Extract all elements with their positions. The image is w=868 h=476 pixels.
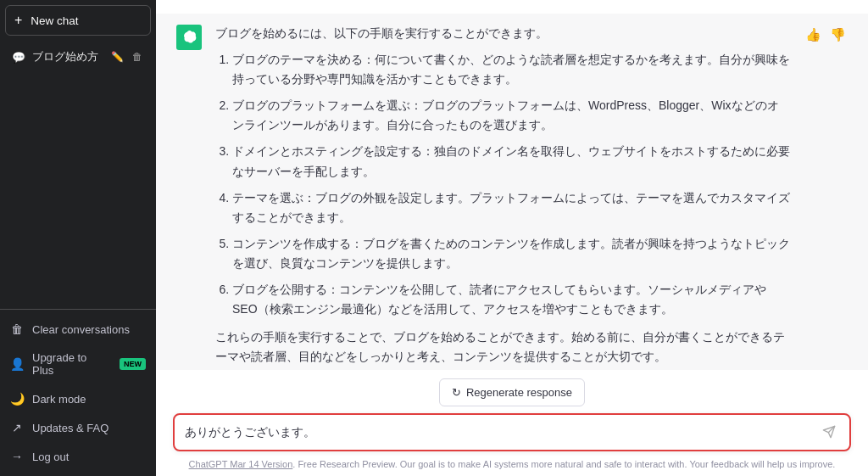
upgrade-to-plus-button[interactable]: 👤 Upgrade to Plus NEW [0, 344, 156, 384]
main-panel: ブログを始めるには、以下の手順を実行することができます。 ブログのテーマを決める… [156, 0, 868, 476]
chat-input[interactable] [185, 423, 819, 441]
regenerate-label: Regenerate response [466, 386, 572, 399]
edit-conversation-button[interactable]: ✏️ [109, 50, 125, 64]
footer: ChatGPT Mar 14 Version. Free Research Pr… [156, 455, 868, 476]
step-2: ブログのプラットフォームを選ぶ：ブログのプラットフォームは、WordPress、… [232, 96, 790, 135]
step-6: ブログを公開する：コンテンツを公開して、読者にアクセスしてもらいます。ソーシャル… [232, 280, 790, 319]
new-chat-button[interactable]: + New chat [5, 5, 151, 36]
input-wrapper [173, 413, 851, 451]
plus-icon: + [14, 14, 22, 27]
step-4: テーマを選ぶ：ブログの外観を設定します。プラットフォームによっては、テーマを選ん… [232, 188, 790, 227]
updates-label: Updates & FAQ [32, 422, 108, 434]
moon-icon: 🌙 [10, 392, 24, 406]
new-badge: NEW [120, 358, 146, 370]
conversation-item-blog[interactable]: 💬 ブログ始め方 ✏️ 🗑 [5, 42, 151, 71]
upgrade-label: Upgrade to Plus [32, 351, 108, 377]
input-section [156, 413, 868, 455]
trash-icon: 🗑 [10, 322, 24, 336]
step-3: ドメインとホスティングを設定する：独自のドメイン名を取得し、ウェブサイトをホスト… [232, 142, 790, 181]
new-chat-label: New chat [31, 14, 78, 27]
send-button[interactable] [819, 423, 839, 440]
assistant-message: ブログを始めるには、以下の手順を実行することができます。 ブログのテーマを決める… [156, 14, 868, 370]
step-1: ブログのテーマを決める：何について書くか、どのような読者層を想定するかを考えます… [232, 50, 790, 89]
avatar [176, 25, 202, 50]
thumbs-up-button[interactable]: 👍 [804, 25, 823, 44]
clear-conversations-button[interactable]: 🗑 Clear conversations [0, 315, 156, 344]
logout-label: Log out [32, 451, 69, 463]
conversation-title: ブログ始め方 [32, 49, 98, 64]
regenerate-button[interactable]: ↻ Regenerate response [439, 378, 585, 406]
updates-faq-button[interactable]: ↗ Updates & FAQ [0, 413, 156, 442]
sidebar-bottom: 🗑 Clear conversations 👤 Upgrade to Plus … [0, 309, 156, 476]
message-actions: 👍 👎 [804, 25, 848, 44]
footer-text: . Free Research Preview. Our goal is to … [292, 459, 835, 469]
closing-text: これらの手順を実行することで、ブログを始めることができます。始める前に、自分が書… [215, 328, 790, 367]
dark-mode-label: Dark mode [32, 393, 86, 406]
sidebar: + New chat 💬 ブログ始め方 ✏️ 🗑 🗑 Clear convers… [0, 0, 156, 476]
assistant-message-content: ブログを始めるには、以下の手順を実行することができます。 ブログのテーマを決める… [215, 24, 790, 367]
steps-list: ブログのテーマを決める：何について書くか、どのような読者層を想定するかを考えます… [215, 50, 790, 319]
logout-icon: → [10, 450, 24, 463]
clear-conversations-label: Clear conversations [32, 323, 130, 336]
thumbs-down-button[interactable]: 👎 [828, 25, 848, 44]
delete-conversation-button[interactable]: 🗑 [131, 50, 144, 64]
step-5: コンテンツを作成する：ブログを書くためのコンテンツを作成します。読者が興味を持つ… [232, 234, 790, 273]
intro-line: ブログを始めるには、以下の手順を実行することができます。 [215, 26, 548, 40]
dark-mode-button[interactable]: 🌙 Dark mode [0, 384, 156, 413]
chat-icon: 💬 [12, 51, 25, 64]
user-icon: 👤 [10, 357, 24, 371]
regenerate-bar: ↻ Regenerate response [156, 370, 868, 413]
chat-area: ブログを始めるには、以下の手順を実行することができます。 ブログのテーマを決める… [156, 0, 868, 370]
version-link[interactable]: ChatGPT Mar 14 Version [189, 459, 293, 469]
logout-button[interactable]: → Log out [0, 442, 156, 471]
regenerate-icon: ↻ [452, 386, 461, 399]
external-link-icon: ↗ [10, 421, 24, 434]
conversations-list: 💬 ブログ始め方 ✏️ 🗑 [0, 39, 156, 309]
